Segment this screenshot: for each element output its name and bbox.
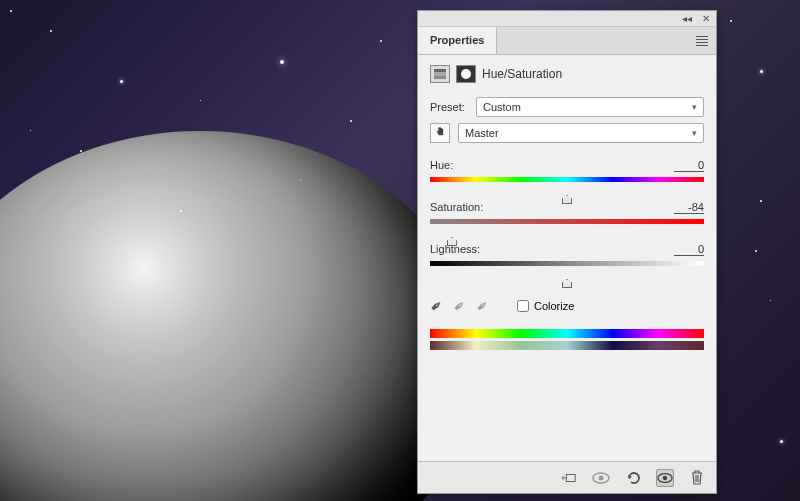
targeted-adjustment-tool[interactable] (430, 123, 450, 143)
delete-icon[interactable] (688, 469, 706, 487)
panel-header: ◂◂ ✕ (418, 11, 716, 27)
lightness-value[interactable]: 0 (674, 243, 704, 256)
panel-body: Hue/Saturation Preset: Custom ▾ Master ▾… (418, 55, 716, 461)
mask-icon[interactable] (456, 65, 476, 83)
clip-to-layer-icon[interactable] (560, 469, 578, 487)
colorize-checkbox-row[interactable]: Colorize (517, 300, 574, 312)
spectrum-strips (430, 329, 704, 350)
saturation-slider-group: Saturation: -84 (430, 201, 704, 241)
tab-bar: Properties (418, 27, 716, 55)
colorize-checkbox[interactable] (517, 300, 529, 312)
spectrum-output (430, 341, 704, 350)
panel-footer (418, 461, 716, 493)
adjustment-title: Hue/Saturation (482, 67, 562, 81)
reset-icon[interactable] (624, 469, 642, 487)
lightness-thumb[interactable] (562, 279, 572, 288)
svg-rect-0 (566, 474, 575, 481)
collapse-icon[interactable]: ◂◂ (682, 14, 692, 24)
hue-track[interactable] (430, 174, 704, 184)
view-previous-icon[interactable] (592, 469, 610, 487)
close-icon[interactable]: ✕ (702, 14, 710, 24)
saturation-value[interactable]: -84 (674, 201, 704, 214)
channel-select[interactable]: Master ▾ (458, 123, 704, 143)
saturation-label: Saturation: (430, 201, 483, 213)
hue-label: Hue: (430, 159, 453, 171)
tab-properties[interactable]: Properties (418, 27, 497, 54)
saturation-track[interactable] (430, 216, 704, 226)
eyedropper-icon[interactable]: ✒ (426, 295, 448, 317)
toggle-visibility-icon[interactable] (656, 469, 674, 487)
preset-row: Preset: Custom ▾ (430, 97, 704, 117)
adjustment-icon[interactable] (430, 65, 450, 83)
colorize-label: Colorize (534, 300, 574, 312)
hue-slider-group: Hue: 0 (430, 159, 704, 199)
eyedropper-subtract-icon[interactable]: ✒ (472, 295, 494, 317)
chevron-down-icon: ▾ (692, 102, 697, 112)
saturation-thumb[interactable] (447, 237, 457, 246)
svg-point-4 (663, 475, 667, 479)
channel-value: Master (465, 127, 499, 139)
eyedropper-add-icon[interactable]: ✒ (449, 295, 471, 317)
preset-select[interactable]: Custom ▾ (476, 97, 704, 117)
preset-value: Custom (483, 101, 521, 113)
hue-value[interactable]: 0 (674, 159, 704, 172)
channel-row: Master ▾ (430, 123, 704, 143)
chevron-down-icon: ▾ (692, 128, 697, 138)
svg-point-2 (599, 475, 604, 480)
menu-icon (696, 36, 708, 46)
adjustment-title-row: Hue/Saturation (430, 65, 704, 83)
hue-thumb[interactable] (562, 195, 572, 204)
lightness-track[interactable] (430, 258, 704, 268)
spectrum-input (430, 329, 704, 338)
panel-menu-button[interactable] (497, 27, 716, 54)
preset-label: Preset: (430, 101, 468, 113)
hand-icon (433, 126, 447, 140)
properties-panel: ◂◂ ✕ Properties Hue/Saturation Preset: C… (417, 10, 717, 494)
lightness-slider-group: Lightness: 0 (430, 243, 704, 283)
eyedropper-row: ✒ ✒ ✒ Colorize (430, 297, 704, 315)
